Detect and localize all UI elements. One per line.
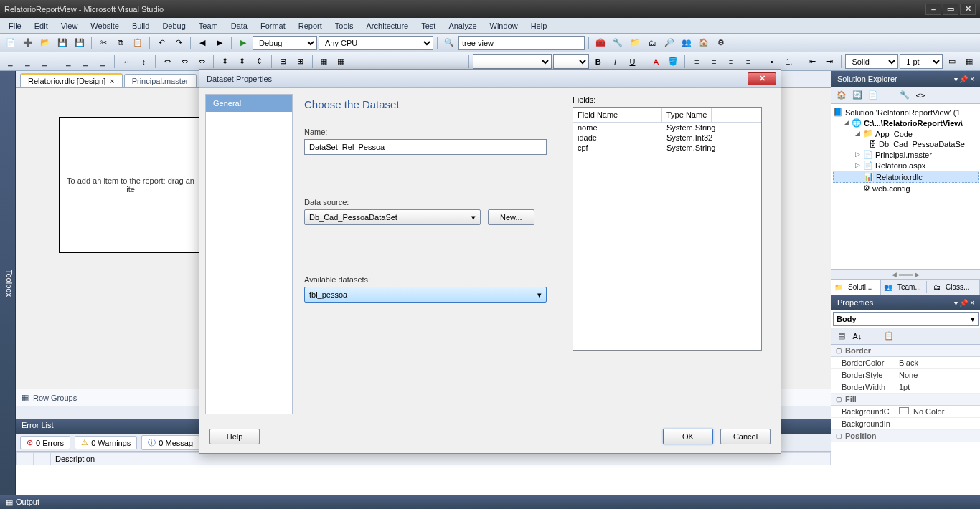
show-all-icon[interactable]: 📄 [866, 88, 880, 103]
tree-project[interactable]: ◢🌐C:\...\RelatorioReportView\ [833, 118, 979, 128]
nav-back-icon[interactable]: ◀ [194, 35, 210, 51]
same-height-icon[interactable]: ↕ [136, 54, 151, 70]
font-size-dropdown[interactable] [553, 54, 589, 69]
italic-icon[interactable]: I [608, 54, 623, 70]
ok-button[interactable]: OK [663, 429, 713, 444]
menu-format[interactable]: Format [255, 20, 291, 32]
tree-solution[interactable]: 📘Solution 'RelatorioReportView' (1 [833, 107, 979, 118]
outdent-icon[interactable]: ⇤ [805, 54, 821, 70]
vspace-inc-icon[interactable]: ⇕ [235, 54, 250, 70]
undo-icon[interactable]: ↶ [154, 35, 169, 51]
list-bullets-icon[interactable]: • [764, 54, 780, 70]
cancel-button[interactable]: Cancel [720, 429, 771, 444]
text-right-icon[interactable]: ≡ [723, 54, 739, 70]
close-tab-icon[interactable]: × [110, 77, 114, 85]
dialog-close-button[interactable]: ✕ [748, 72, 776, 85]
menu-window[interactable]: Window [484, 20, 524, 32]
open-icon[interactable]: 📂 [37, 35, 53, 51]
field-row[interactable]: idadeSystem.Int32 [573, 133, 761, 143]
menu-report[interactable]: Report [293, 20, 328, 32]
property-pages-icon[interactable]: 📋 [882, 329, 896, 343]
expander-icon[interactable]: ▷ [854, 151, 861, 158]
dataset-name-input[interactable] [304, 139, 547, 155]
border-width-dropdown[interactable]: 1 pt [900, 54, 943, 69]
font-color-icon[interactable]: A [648, 54, 664, 70]
redo-icon[interactable]: ↷ [171, 35, 187, 51]
toolbox-tab[interactable]: Toolbox [0, 71, 16, 495]
start-debug-icon[interactable]: ▶ [235, 35, 251, 51]
pin-icon[interactable]: ▾ 📌 × [954, 75, 974, 83]
list-numbers-icon[interactable]: 1. [781, 54, 797, 70]
hspace-dec-icon[interactable]: ⇔ [194, 54, 209, 70]
categorized-icon[interactable]: ▤ [834, 329, 849, 343]
paste-icon[interactable]: 📋 [130, 35, 146, 51]
pin-icon[interactable]: ▾ 📌 × [954, 299, 974, 307]
menu-edit[interactable]: Edit [29, 20, 54, 32]
col-field-name[interactable]: Field Name [573, 108, 662, 122]
team-icon[interactable]: 👥 [679, 35, 694, 51]
new-datasource-button[interactable]: New... [488, 209, 534, 225]
save-icon[interactable]: 💾 [55, 35, 70, 51]
add-item-icon[interactable]: ➕ [20, 35, 36, 51]
props-cat-fill[interactable]: Fill [831, 394, 980, 406]
tab-team[interactable]: 👥 Team... [881, 280, 930, 295]
expander-icon[interactable]: ▷ [854, 162, 861, 168]
props-cat-position[interactable]: Position [831, 430, 980, 442]
menu-architecture[interactable]: Architecture [361, 20, 415, 32]
nav-fwd-icon[interactable]: ▶ [212, 35, 227, 51]
props-cat-border[interactable]: Border [831, 345, 980, 357]
view-code-icon[interactable]: <> [913, 88, 928, 103]
bring-front-icon[interactable]: ▦ [316, 54, 332, 70]
underline-icon[interactable]: U [625, 54, 641, 70]
tree-item[interactable]: ⚙web.config [833, 183, 979, 194]
vspace-dec-icon[interactable]: ⇕ [252, 54, 268, 70]
sidebar-item-general[interactable]: General [206, 95, 292, 112]
properties-icon[interactable]: 🔧 [897, 88, 912, 103]
class-view-icon[interactable]: 🗂 [644, 35, 660, 51]
help-button[interactable]: Help [209, 429, 260, 444]
same-width-icon[interactable]: ↔ [118, 54, 134, 70]
text-center-icon[interactable]: ≡ [706, 54, 722, 70]
warnings-filter[interactable]: ⚠0 Warnings [75, 436, 137, 449]
border-sides-icon[interactable]: ▦ [961, 54, 977, 70]
center-v-icon[interactable]: ⊞ [293, 54, 308, 70]
menu-website[interactable]: Website [85, 20, 125, 32]
refresh-icon[interactable]: 🔄 [850, 88, 864, 103]
font-family-dropdown[interactable] [473, 54, 552, 69]
errors-filter[interactable]: ⊘0 Errors [20, 436, 70, 449]
col-type-name[interactable]: Type Name [662, 108, 712, 122]
find-icon[interactable]: 🔍 [441, 35, 457, 51]
tab-solution[interactable]: 📁 Soluti... [831, 280, 881, 295]
menu-team[interactable]: Team [193, 20, 224, 32]
solution-tree[interactable]: 📘Solution 'RelatorioReportView' (1 ◢🌐C:\… [831, 104, 980, 269]
props-icon[interactable]: 🔧 [610, 35, 626, 51]
save-all-icon[interactable]: 💾 [72, 35, 88, 51]
send-back-icon[interactable]: ▦ [333, 54, 349, 70]
align-middle-icon[interactable]: ⎯ [78, 54, 94, 70]
props-row[interactable]: BackgroundIn [831, 418, 980, 430]
extension-icon[interactable]: ⚙ [713, 35, 729, 51]
properties-target-dropdown[interactable]: Body▾ [833, 312, 979, 326]
border-color-icon[interactable]: ▭ [944, 54, 960, 70]
align-bottom-icon[interactable]: ⎯ [95, 54, 111, 70]
start-page-icon[interactable]: 🏠 [696, 35, 712, 51]
maximize-button[interactable]: ▭ [943, 4, 958, 15]
indent-icon[interactable]: ⇥ [822, 54, 838, 70]
menu-build[interactable]: Build [126, 20, 155, 32]
menu-analyze[interactable]: Analyze [443, 20, 482, 32]
output-tab[interactable]: ▦ Output [0, 495, 980, 509]
tab-class[interactable]: 🗂 Class... [930, 280, 980, 295]
align-right-icon[interactable]: ⎯ [37, 54, 53, 70]
doc-tab-principal[interactable]: Principal.master [124, 74, 197, 87]
text-justify-icon[interactable]: ≡ [740, 54, 756, 70]
menu-view[interactable]: View [55, 20, 84, 32]
hspace-equal-icon[interactable]: ⇔ [159, 54, 175, 70]
text-left-icon[interactable]: ≡ [689, 54, 705, 70]
quick-search-input[interactable] [458, 36, 585, 50]
field-row[interactable]: cpfSystem.String [573, 143, 761, 153]
border-style-dropdown[interactable]: Solid [845, 54, 898, 69]
toolbox-icon[interactable]: 🧰 [593, 35, 608, 51]
vspace-equal-icon[interactable]: ⇕ [217, 54, 233, 70]
field-row[interactable]: nomeSystem.String [573, 123, 761, 133]
bold-icon[interactable]: B [590, 54, 606, 70]
